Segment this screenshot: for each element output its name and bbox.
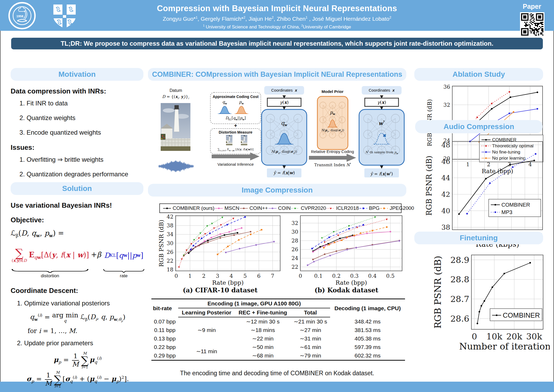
svg-text:1: 1 [188,273,192,279]
mu-formula: μp = 1MM∑i=1μq(i) [11,352,145,369]
objective-formula: ℒβ(D, qw, pw) = ∑(x,y)∈D Eqw[Δ(y, f(x | … [11,229,145,279]
transmit-label: Transmit Index N* [309,163,356,167]
svg-text:22: 22 [292,264,298,270]
svg-text:...: ... [327,104,329,106]
distortion-formula: ∑(x,y)∈D Ew∼qw [Δ(y, f(x|w))] [211,148,260,152]
svg-text:2: 2 [202,273,206,279]
legend-label: COMBINER (ours) [173,205,214,211]
svg-text:COMBINER: COMBINER [501,202,530,208]
svg-text:30: 30 [292,229,298,235]
sigma-formula: σp = 1MM∑i=1[σq(i) + (μq(i) − μp)2]. [11,371,145,388]
wstar-network-label: w* [374,120,389,126]
svg-text:...: ... [336,134,338,136]
coordinate-descent-heading: Coordinate Descent: [11,287,145,295]
legend-item: CVPR2020 [291,205,326,211]
paper-qr-label: Paper [517,3,547,10]
legend-label: MSCN [224,205,239,211]
ustc-year: 1958 [16,14,23,18]
posterior-formula: qw(i) = arg minq ℒβ(Di, q, pw;θp) [11,312,145,323]
svg-text:COMBINER: COMBINER [503,311,540,319]
coordinates-box-2: Coordinates x [362,86,402,95]
svg-text:0.5: 0.5 [386,273,395,279]
finetuning-chart: 010k20k30k28.628.728.828.9Number of iter… [425,252,550,359]
svg-text:10k: 10k [486,331,502,342]
table-cell: ∼22 min [235,334,291,343]
table-cell: ∼50 min [235,343,291,351]
legend-marker [239,207,248,210]
table-cell: 0.29 bpp [151,351,178,360]
table-cell: ∼68 min [235,351,291,360]
section-audio: Audio Compression [415,120,543,133]
svg-text:Rate (bpp): Rate (bpp) [212,279,244,286]
svg-text:38: 38 [441,223,450,231]
gamma-box-2: γ(x) [364,98,399,107]
svg-text:22: 22 [167,258,173,264]
yhat-box-1: ŷ = f(x|w) [267,168,301,177]
table-cell: ∼9 min [178,317,235,343]
svg-text:32: 32 [444,102,450,108]
col-header-bitrate: bit-rate [151,299,178,317]
col-header-learning: Learning Posterior [178,308,235,317]
svg-text:26: 26 [292,246,298,253]
legend-marker [291,207,300,210]
table-cell: ∼31 min [291,334,330,343]
svg-text:...: ... [387,117,390,120]
legend-label: COIN [278,205,291,211]
svg-text:...: ... [290,133,292,136]
svg-text:42: 42 [167,214,173,220]
svg-text:30: 30 [167,240,173,246]
legend-item: MSCN [214,205,239,211]
gauss-q-label: N(μq, diag(σq)) [264,150,304,154]
svg-text:0.4: 0.4 [368,273,377,279]
for-line: for i = 1, …, M. [28,327,145,335]
col-header-total: Total [291,308,330,317]
sample-x-mark: ✖ [383,133,386,138]
table-cell: ∼11 min [178,343,235,360]
qw-network-label: qw [278,120,291,127]
col-header-rec: REC + Fine-tuning [235,308,291,317]
svg-text:...: ... [290,117,292,120]
motivation-heading-2: Issues: [11,143,145,152]
svg-text:40: 40 [441,207,450,215]
authors: Zongyu Guo*1, Gergely Flamich*2, Jiajun … [91,15,463,22]
affiliations: 1 University of Science and Technology o… [91,24,463,30]
svg-text:Rate (bpp): Rate (bpp) [335,279,367,286]
svg-text:0: 0 [299,273,302,279]
page-title: Compression with Bayesian Implicit Neura… [91,4,463,13]
svg-text:34: 34 [167,231,173,237]
paper-qr-code [520,12,544,38]
table-caption: The encoding time and decoding time of C… [148,370,406,377]
coding-cost-title: Approximate Coding Cost [212,95,259,99]
svg-text:...: ... [374,117,376,120]
table-cell: 381.53 ms [330,326,405,334]
svg-text:7: 7 [271,273,274,279]
table-row: 0.22 bpp ∼11 min ∼50 min ∼61 min 597.39 … [151,343,405,351]
svg-text:...: ... [387,133,390,136]
svg-text:36: 36 [444,84,450,90]
svg-text:6: 6 [257,273,261,279]
rate-term: DKL[qw||pw] rate [103,242,145,279]
objective-label: Objective: [11,216,145,224]
svg-text:46: 46 [441,157,450,165]
table-row: 0.07 bpp ∼9 min ∼12 min 30 s ∼21 min 30 … [151,317,405,326]
list-item: Quantization degrades performance [27,171,145,178]
section-image-compression: Image Compression [148,184,406,197]
audio-waveform [159,161,194,172]
svg-text:...: ... [336,118,338,121]
section-solution: Solution [11,182,143,195]
table-cell: 0.13 bpp [151,334,178,343]
cambridge-logo [51,3,78,30]
svg-text:28.7: 28.7 [450,294,469,304]
section-finetuning: Finetuning [414,232,543,244]
table-cell: 602.32 ms [330,351,405,360]
motivation-heading-1: Data compression with INRs: [11,87,145,95]
svg-text:...: ... [336,104,338,106]
rec-arrow [309,154,356,162]
legend-item: BPG [359,205,380,211]
legend-item: COMBINER (ours) [163,205,214,211]
svg-text:RGB PSNR (dB): RGB PSNR (dB) [158,220,165,267]
svg-text:4: 4 [230,273,233,279]
image-legend-bar: COMBINER (ours) MSCN COIN++ COIN CVPR202… [159,203,402,213]
svg-text:0: 0 [174,273,178,279]
svg-text:48: 48 [441,141,450,149]
